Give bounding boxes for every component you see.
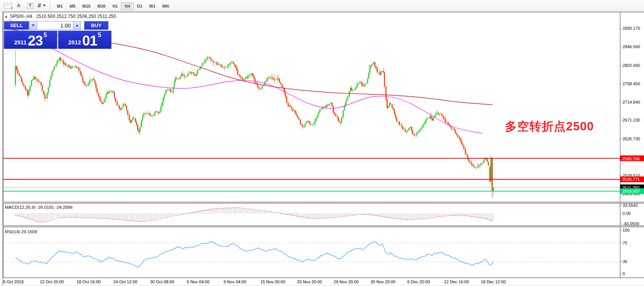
text-a-icon[interactable]: A — [14, 2, 24, 10]
price-tick-label: 2626.730 — [623, 136, 640, 141]
price-tick-label: 2802.060 — [623, 63, 640, 68]
time-axis-label: 20 Nov 20:00 — [297, 280, 322, 284]
macd-tick-label: 0.00 — [623, 211, 631, 216]
macd-tick-label: 33.5542 — [623, 203, 638, 208]
time-axis-label: 9 Nov 04:00 — [223, 280, 246, 284]
volume-increase-button[interactable] — [73, 21, 81, 30]
time-axis-label: 6 Dec 20:00 — [407, 280, 430, 284]
time-axis-label: 18 Dec 12:00 — [481, 280, 506, 284]
timeframe-w1[interactable]: W1 — [146, 2, 159, 10]
one-click-trading-panel: SELL BUY 2511235 2512015 — [4, 21, 112, 49]
chevron-down-icon — [43, 5, 46, 6]
timeframe-mn[interactable]: MN — [159, 2, 172, 10]
price-axis-border — [620, 12, 620, 285]
price-tag: 2580.766 — [620, 156, 644, 161]
rsi-tick-label: 70 — [623, 240, 627, 245]
toolbar: A T ⇵ M1M5M15M30H1H4D1W1MN — [0, 0, 644, 11]
time-axis-label: 5 Nov 04:00 — [187, 280, 209, 284]
timeframe-d1[interactable]: D1 — [134, 2, 146, 10]
sell-quote-sup: 5 — [44, 28, 47, 43]
price-tick-label: 2758.450 — [623, 81, 640, 86]
time-axis-label: 12 Oct 20:00 — [40, 280, 64, 284]
pane-splitter-macd[interactable] — [3, 202, 644, 203]
volume-decrease-button[interactable] — [29, 21, 37, 30]
indicator-grid-icon[interactable] — [1, 2, 12, 10]
timeframe-m1[interactable]: M1 — [53, 2, 66, 10]
rsi-tick-label: 30 — [623, 259, 627, 264]
buy-quote-sup: 5 — [98, 28, 101, 43]
price-tick-label: 2890.170 — [623, 26, 640, 31]
price-tag: 2530.771 — [620, 176, 644, 182]
time-axis-label: 26 Nov 20:00 — [334, 280, 359, 284]
timeframe-m5[interactable]: M5 — [66, 2, 79, 10]
time-axis-label: 8 Oct 2018 — [3, 280, 24, 284]
rsi-label: RSI(14) 29.1609 — [5, 229, 37, 234]
timeframe-h1[interactable]: H1 — [109, 2, 121, 10]
time-axis-label: 15 Nov 00:00 — [260, 280, 285, 284]
shapes-icon[interactable]: ⇵ — [37, 2, 47, 10]
buy-quote-big: 01 — [82, 34, 97, 47]
price-tick-label: 2671.230 — [623, 118, 640, 122]
sell-quote-prefix: 2511 — [14, 37, 27, 47]
time-axis-label: 24 Oct 12:00 — [113, 280, 138, 284]
time-axis-label: 12 Dec 16:00 — [444, 280, 469, 284]
time-axis-label: 18 Oct 16:00 — [76, 280, 100, 284]
chart-header: ▲ SP500-,H4 2510.500 2512.750 2506.250 2… — [5, 14, 116, 19]
text-box-icon[interactable]: T — [25, 2, 35, 10]
timeframe-m15[interactable]: M15 — [79, 2, 94, 10]
toolbar-separator — [50, 2, 51, 10]
price-tick-label: 2846.560 — [623, 44, 640, 49]
price-tick-label: 2714.840 — [623, 100, 640, 104]
buy-quote-prefix: 2512 — [68, 37, 81, 47]
macd-label: MACD(12,26,9) -26.0191 -24.2896 — [5, 205, 73, 210]
timeframe-switcher: M1M5M15M30H1H4D1W1MN — [53, 2, 172, 9]
rsi-tick-label: 0 — [623, 271, 625, 276]
time-axis-label: 30 Oct 08:00 — [150, 280, 174, 284]
timeframe-m30[interactable]: M30 — [94, 2, 109, 10]
sell-button[interactable]: SELL — [4, 21, 29, 30]
price-tag: 2503.007 — [620, 188, 644, 194]
triangle-up-icon — [76, 24, 79, 26]
chart-border-top — [3, 12, 644, 12]
time-axis-label: 30 Nov 20:00 — [371, 280, 395, 284]
ohlc-values: 2510.500 2512.750 2506.250 2511.250 — [36, 14, 116, 19]
rsi-tick-label: 100 — [623, 228, 629, 232]
annotation-text: 多空转折点2500 — [505, 119, 594, 135]
pane-splitter-rsi[interactable] — [3, 226, 644, 227]
symbol-period-label: SP500-,H4 — [10, 14, 32, 19]
expand-marker-icon[interactable]: ▲ — [5, 15, 8, 18]
sell-quote-big: 23 — [28, 34, 43, 47]
sell-quote[interactable]: 2511235 — [4, 31, 57, 49]
macd-tick-label: -43.0509 — [623, 221, 639, 226]
triangle-down-icon — [32, 24, 35, 26]
volume-input[interactable] — [37, 21, 73, 30]
timeframe-h4[interactable]: H4 — [121, 2, 133, 10]
buy-quote[interactable]: 2512015 — [58, 31, 112, 49]
buy-button[interactable]: BUY — [84, 21, 108, 30]
chart-border-left — [3, 12, 3, 285]
window-gutter — [0, 11, 3, 286]
